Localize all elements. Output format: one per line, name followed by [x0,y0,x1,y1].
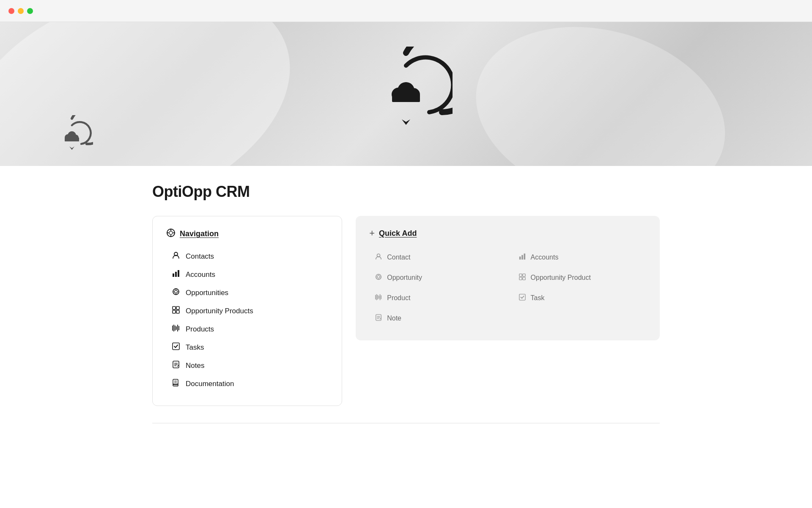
nav-item-documentation[interactable]: Documentation [166,375,328,392]
qa-item-opportunity-product[interactable]: Opportunity Product [513,269,646,286]
nav-opp-products-label: Opportunity Products [186,307,253,315]
nav-item-opportunity-products[interactable]: Opportunity Products [166,303,328,319]
qa-accounts-label: Accounts [531,254,559,261]
svg-rect-17 [176,306,179,309]
logo-large-icon [359,47,453,140]
qa-contact-icon [374,253,383,262]
page-title: OptiOpp CRM [152,183,660,201]
navigation-icon [166,228,176,240]
hero-banner [0,22,812,166]
products-icon [171,324,181,334]
quick-add-card: + Quick Add Contact [356,216,660,340]
svg-point-15 [175,290,178,293]
nav-item-opportunities[interactable]: Opportunities [166,284,328,301]
page-divider [152,423,660,423]
nav-item-products[interactable]: Products [166,321,328,337]
nav-notes-label: Notes [186,362,204,370]
contacts-icon [171,251,181,261]
qa-opportunity-label: Opportunity [387,274,422,282]
svg-point-14 [173,289,179,295]
nav-item-contacts[interactable]: Contacts [166,248,328,265]
qa-item-note[interactable]: Note [369,310,502,327]
svg-rect-37 [522,277,525,280]
qa-note-label: Note [387,315,401,322]
maximize-button[interactable] [27,8,33,14]
nav-contacts-label: Contacts [186,252,214,261]
svg-rect-31 [524,254,525,260]
nav-item-notes[interactable]: Notes [166,357,328,374]
nav-products-label: Products [186,325,214,334]
svg-rect-7 [65,138,79,141]
navigation-card: Navigation Contacts [152,216,342,406]
logo-small-icon [51,115,93,157]
qa-contact-label: Contact [387,254,410,261]
nav-documentation-label: Documentation [186,380,234,388]
svg-rect-30 [521,255,523,260]
quick-add-header: + Quick Add [369,228,646,239]
opportunity-products-icon [171,306,181,316]
svg-rect-13 [178,270,179,277]
svg-rect-12 [175,272,177,277]
opportunities-icon [171,288,181,298]
svg-point-33 [377,276,380,278]
documentation-icon [171,379,181,389]
qa-opp-product-icon [518,273,527,282]
svg-rect-35 [522,274,525,276]
svg-rect-36 [519,277,521,280]
navigation-list: Contacts Accounts [166,248,328,392]
qa-opp-product-label: Opportunity Product [531,274,591,282]
quick-add-title: Quick Add [379,229,417,238]
svg-point-9 [169,231,173,235]
main-grid: Navigation Contacts [152,216,660,406]
navigation-card-header: Navigation [166,228,328,240]
qa-item-accounts[interactable]: Accounts [513,249,646,266]
svg-rect-26 [173,343,179,350]
svg-rect-18 [173,310,176,313]
svg-rect-16 [173,306,176,309]
svg-rect-3 [392,94,420,102]
hero-logo-small [51,115,93,157]
svg-rect-34 [519,274,521,276]
qa-product-icon [374,294,383,302]
qa-task-icon [518,294,527,302]
quick-add-grid: Contact Accounts [369,249,646,327]
qa-note-icon [374,314,383,323]
svg-point-32 [376,274,381,279]
page-content: OptiOpp CRM Navigation [127,166,685,449]
title-bar [0,0,812,22]
tasks-icon [171,342,181,352]
svg-rect-11 [173,273,174,277]
navigation-title: Navigation [180,229,219,238]
qa-product-label: Product [387,294,410,302]
nav-accounts-label: Accounts [186,271,215,279]
qa-opportunity-icon [374,273,383,282]
qa-item-opportunity[interactable]: Opportunity [369,269,502,286]
nav-item-tasks[interactable]: Tasks [166,339,328,356]
qa-item-contact[interactable]: Contact [369,249,502,266]
minimize-button[interactable] [18,8,24,14]
close-button[interactable] [8,8,14,14]
plus-icon: + [369,228,375,239]
notes-icon [171,361,181,370]
qa-accounts-icon [518,253,527,262]
svg-rect-44 [519,294,525,300]
qa-item-product[interactable]: Product [369,290,502,306]
hero-logo-center [359,47,453,141]
nav-tasks-label: Tasks [186,343,204,352]
svg-rect-19 [176,310,179,313]
qa-task-label: Task [531,294,545,302]
qa-item-task[interactable]: Task [513,290,646,306]
nav-opportunities-label: Opportunities [186,289,228,297]
nav-item-accounts[interactable]: Accounts [166,266,328,283]
accounts-icon [171,270,181,279]
svg-rect-29 [519,257,521,260]
